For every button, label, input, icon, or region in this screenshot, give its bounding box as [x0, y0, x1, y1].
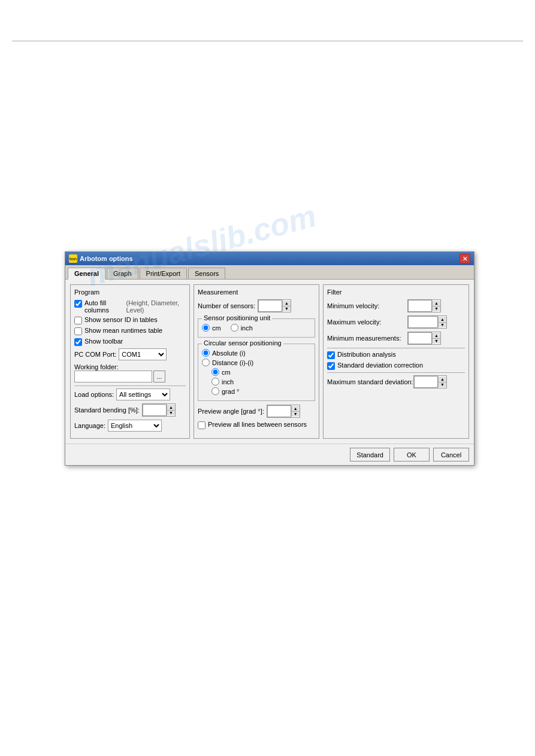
- min-velocity-down[interactable]: ▼: [433, 306, 440, 312]
- browse-button[interactable]: ...: [153, 371, 165, 382]
- preview-lines-label: Preview all lines between sensors: [208, 421, 307, 428]
- load-options-row: Load options: All settings Last used Def…: [74, 388, 186, 400]
- dialog-footer: Standard OK Cancel: [65, 444, 474, 465]
- measurement-panel-title: Measurement: [198, 289, 315, 296]
- ok-button[interactable]: OK: [394, 448, 430, 462]
- preview-angle-spinner: 0 ▲ ▼: [267, 405, 300, 418]
- dialog-titlebar: ton Arbotom options ✕: [65, 252, 474, 265]
- standard-button[interactable]: Standard: [350, 448, 390, 462]
- preview-angle-down[interactable]: ▼: [292, 412, 300, 417]
- sensor-unit-inch-radio[interactable]: [231, 324, 238, 332]
- standard-bending-input[interactable]: 200: [143, 404, 167, 416]
- circular-inch-label: inch: [222, 378, 234, 385]
- max-velocity-up[interactable]: ▲: [439, 317, 446, 323]
- dialog-title-text: Arbotom options: [80, 255, 133, 262]
- std-dev-correction-row: Standard deviation correction: [327, 362, 465, 370]
- working-folder-row: ...: [74, 371, 186, 382]
- max-velocity-input[interactable]: 4000: [408, 316, 438, 328]
- sensor-unit-cm-label: cm: [212, 324, 221, 332]
- min-velocity-row: Minimum velocity: 50 ▲ ▼: [327, 299, 465, 312]
- com-port-select[interactable]: COM1 COM2 COM3 COM4: [119, 348, 167, 360]
- sensor-unit-title: Sensor positioning unit: [202, 314, 272, 321]
- circular-cm-radio[interactable]: [211, 368, 219, 376]
- min-velocity-spinner: 50 ▲ ▼: [407, 299, 441, 312]
- circular-distance-label: Distance (i)-(i): [212, 359, 253, 366]
- standard-bending-label: Standard bending [%]:: [74, 406, 140, 414]
- auto-fill-label: Auto fill columns: [84, 299, 124, 314]
- standard-bending-arrows: ▲ ▼: [167, 405, 175, 415]
- standard-bending-up[interactable]: ▲: [167, 405, 175, 411]
- circular-absolute-radio[interactable]: [202, 349, 210, 357]
- show-mean-runtimes-checkbox[interactable]: [74, 327, 82, 335]
- min-measurements-label: Minimum measurements:: [327, 335, 405, 342]
- num-sensors-input[interactable]: 11: [258, 300, 282, 312]
- show-toolbar-checkbox[interactable]: [74, 338, 82, 346]
- show-sensor-id-row: Show sensor ID in tables: [74, 316, 186, 324]
- max-std-dev-arrows: ▲ ▼: [438, 377, 446, 387]
- program-panel-title: Program: [74, 289, 186, 296]
- working-folder-input[interactable]: [74, 371, 152, 382]
- preview-angle-label: Preview angle [grad °]:: [198, 408, 264, 415]
- language-select[interactable]: English German French: [108, 420, 162, 432]
- circular-grad-radio[interactable]: [211, 387, 219, 395]
- min-velocity-input[interactable]: 50: [408, 300, 432, 312]
- num-sensors-spinner: 11 ▲ ▼: [258, 299, 291, 312]
- circular-inch-radio[interactable]: [211, 378, 219, 385]
- num-sensors-down[interactable]: ▼: [283, 306, 291, 312]
- circular-distance-radio[interactable]: [202, 359, 210, 366]
- min-measurements-input[interactable]: 1: [408, 332, 432, 344]
- show-sensor-id-label: Show sensor ID in tables: [84, 316, 158, 323]
- tab-sensors[interactable]: Sensors: [188, 268, 225, 279]
- sensor-unit-options: cm inch: [202, 324, 311, 333]
- preview-angle-input[interactable]: 0: [267, 405, 291, 417]
- dialog-body: Program Auto fill columns (Height, Diame…: [65, 280, 474, 444]
- sensor-unit-group: Sensor positioning unit cm inch: [198, 318, 315, 338]
- max-velocity-label: Maximum velocity:: [327, 318, 405, 326]
- load-options-select[interactable]: All settings Last used Default: [116, 388, 170, 400]
- max-std-dev-up[interactable]: ▲: [439, 377, 446, 382]
- preview-lines-checkbox[interactable]: [198, 421, 205, 429]
- cancel-button[interactable]: Cancel: [433, 448, 469, 462]
- circular-absolute-label: Absolute (i): [212, 350, 246, 357]
- show-mean-runtimes-row: Show mean runtimes table: [74, 327, 186, 335]
- sensor-unit-cm-radio[interactable]: [202, 324, 210, 332]
- min-velocity-up[interactable]: ▲: [433, 300, 440, 306]
- tab-graph[interactable]: Graph: [107, 268, 138, 279]
- std-dev-correction-checkbox[interactable]: [327, 362, 335, 370]
- distribution-row: Distribution analysis: [327, 351, 465, 359]
- max-std-dev-down[interactable]: ▼: [439, 382, 446, 388]
- num-sensors-arrows: ▲ ▼: [282, 300, 291, 311]
- min-measurements-down[interactable]: ▼: [433, 339, 440, 344]
- circular-unit-options: cm inch grad °: [211, 368, 311, 397]
- standard-bending-down[interactable]: ▼: [167, 411, 175, 416]
- num-sensors-up[interactable]: ▲: [283, 300, 291, 306]
- dialog-app-icon: ton: [69, 254, 77, 263]
- num-sensors-label: Number of sensors:: [198, 302, 255, 309]
- load-options-label: Load options:: [74, 391, 114, 398]
- min-measurements-up[interactable]: ▲: [433, 333, 440, 339]
- tab-general[interactable]: General: [68, 268, 105, 280]
- distribution-checkbox[interactable]: [327, 351, 335, 359]
- tab-print-export[interactable]: Print/Export: [140, 268, 187, 279]
- preview-angle-up[interactable]: ▲: [292, 406, 300, 412]
- min-measurements-arrows: ▲ ▼: [432, 333, 440, 344]
- max-std-dev-label: Maximum standard deviation:: [327, 378, 411, 385]
- working-folder-label: Working folder:: [74, 363, 186, 371]
- show-mean-runtimes-label: Show mean runtimes table: [84, 327, 162, 334]
- com-port-row: PC COM Port: COM1 COM2 COM3 COM4: [74, 348, 186, 360]
- show-sensor-id-checkbox[interactable]: [74, 317, 82, 324]
- circular-cm-label: cm: [222, 369, 231, 376]
- num-sensors-row: Number of sensors: 11 ▲ ▼: [198, 299, 315, 312]
- top-separator: [12, 41, 523, 41]
- max-velocity-down[interactable]: ▼: [439, 323, 446, 328]
- circular-inch-row: inch: [211, 378, 311, 385]
- circular-cm-row: cm: [211, 368, 311, 376]
- dialog-title-left: ton Arbotom options: [69, 254, 133, 263]
- auto-fill-checkbox[interactable]: [74, 300, 82, 308]
- min-velocity-arrows: ▲ ▼: [432, 300, 440, 311]
- close-button[interactable]: ✕: [460, 254, 470, 263]
- options-dialog: ton Arbotom options ✕ General Graph Prin…: [65, 251, 474, 466]
- max-std-dev-input[interactable]: 1: [414, 376, 438, 388]
- max-velocity-arrows: ▲ ▼: [438, 317, 446, 327]
- language-row: Language: English German French: [74, 420, 186, 432]
